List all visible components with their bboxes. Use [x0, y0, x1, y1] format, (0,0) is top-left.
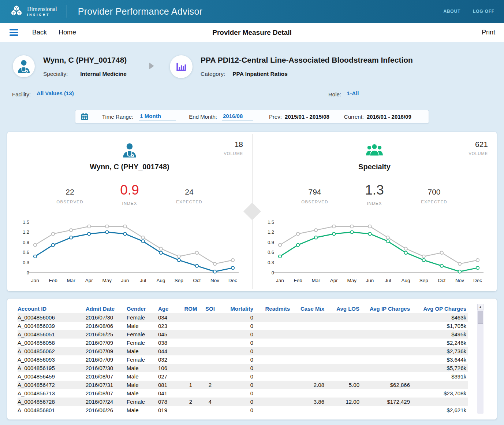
logoff-link[interactable]: LOG OFF [473, 9, 494, 14]
table-cell: 1 [182, 381, 200, 389]
table-cell: Female [127, 330, 158, 339]
table-cell: Male [127, 364, 158, 372]
header-links: ABOUT LOG OFF [443, 9, 494, 14]
table-row[interactable]: A_00048561952016/07/30Male1060$5,726k [18, 364, 468, 372]
end-month-field[interactable]: 2016/08 [222, 113, 253, 121]
brand-text: Dimensional INSIGHT [27, 6, 57, 16]
table-cell [362, 313, 414, 322]
svg-text:1.5: 1.5 [23, 219, 29, 225]
table-cell [326, 347, 362, 355]
specialty-value: Internal Medicine [80, 71, 127, 77]
specialty-stats: 794OBSERVED 1.3INDEX 700EXPECTED [252, 182, 497, 206]
table-cell: 045 [158, 330, 182, 339]
column-header-mortality[interactable]: Mortality [220, 306, 256, 312]
table-scrollbar[interactable]: ▲ [477, 304, 484, 414]
specialty-panel: 621 VOLUME Specialty 794OBSERVED [252, 132, 497, 291]
app-root: Dimensional INSIGHT Provider Performance… [0, 0, 504, 425]
table-row[interactable]: A_00048560512016/06/25Female0450$495k [18, 330, 468, 339]
table-row[interactable]: A_00048560392016/08/06Male0230$1,705k [18, 322, 468, 330]
about-link[interactable]: ABOUT [443, 9, 460, 14]
table-cell [293, 364, 326, 372]
table-cell: 2016/07/30 [86, 364, 127, 372]
table-row[interactable]: A_00048564722016/07/31Male0811202.085.00… [18, 381, 468, 389]
table-cell: 081 [158, 381, 182, 389]
scrollbar-thumb[interactable] [478, 311, 483, 324]
column-header-age[interactable]: Age [158, 306, 182, 312]
column-header-avg-ip-charges[interactable]: Avg IP Charges [362, 306, 414, 312]
table-cell [200, 347, 220, 355]
table-cell [293, 339, 326, 347]
table-cell [293, 389, 326, 398]
provider-panel: 18 VOLUME Wynn, C (PHY_001748) 22OBSERVE… [7, 132, 252, 291]
table-row[interactable]: A_00048560062016/07/30Female0340$463k [18, 313, 468, 322]
table-cell: 2016/07/30 [86, 313, 127, 322]
provider-index-trend-chart: 00.30.60.91.21.5JanFebMarAprMayJunJulAug… [12, 217, 249, 288]
table-cell: A_0004856728 [18, 398, 86, 406]
current-label: Current: [344, 114, 364, 120]
table-cell [256, 372, 293, 381]
table-cell [362, 372, 414, 381]
table-row[interactable]: A_00048567282016/07/24Female0782403.8612… [18, 398, 468, 406]
table-cell: 2016/06/25 [86, 330, 127, 339]
svg-text:May: May [347, 278, 357, 283]
svg-text:0.3: 0.3 [23, 260, 29, 265]
table-row[interactable]: A_00048560582016/07/09Female0380$2,246k [18, 339, 468, 347]
table-cell: 032 [158, 355, 182, 364]
patient-accounts-table: Account IDAdmit DateGenderAgeROMSOIMorta… [7, 299, 497, 420]
scroll-up-arrow-icon[interactable]: ▲ [477, 304, 484, 310]
column-header-account-id[interactable]: Account ID [18, 306, 86, 312]
table-cell: Female [127, 339, 158, 347]
svg-text:Oct: Oct [193, 278, 201, 283]
table-cell: 2016/07/31 [86, 381, 127, 389]
time-range-field[interactable]: 1 Month [139, 113, 176, 121]
svg-text:1.5: 1.5 [268, 219, 274, 225]
facility-field[interactable]: All Values (13) [37, 90, 305, 98]
print-button[interactable]: Print [482, 29, 495, 36]
table-cell: 2016/07/24 [86, 398, 127, 406]
table-row[interactable]: A_00048567132016/08/07Male0410$23,708k [18, 389, 468, 398]
table-cell: 12.00 [326, 398, 362, 406]
table-cell: 2016/06/26 [86, 406, 127, 414]
prev-range-value: 2015/01 - 2015/08 [285, 114, 329, 120]
column-header-readmits[interactable]: Readmits [256, 306, 293, 312]
table-cell: 5.00 [326, 381, 362, 389]
svg-text:Sep: Sep [175, 278, 183, 283]
table-cell: $495k [414, 330, 468, 339]
table-cell: 0 [220, 381, 256, 389]
table-cell: Male [127, 322, 158, 330]
table-row[interactable]: A_00048560932016/07/09Female0320$3,644k [18, 355, 468, 364]
svg-text:Feb: Feb [49, 278, 57, 283]
table-row[interactable]: A_00048560622016/07/09Male0440$2,736k [18, 347, 468, 355]
table-cell: 2016/08/07 [86, 389, 127, 398]
column-header-case-mix[interactable]: Case Mix [293, 306, 326, 312]
current-range-value: 2016/01 - 2016/09 [367, 114, 411, 120]
table-cell [256, 339, 293, 347]
table-cell: 0 [220, 364, 256, 372]
column-header-rom[interactable]: ROM [182, 306, 200, 312]
table-cell: 034 [158, 313, 182, 322]
table-cell: A_0004856093 [18, 355, 86, 364]
table-cell [200, 364, 220, 372]
table-cell [200, 322, 220, 330]
svg-text:Dec: Dec [473, 278, 482, 283]
table-cell: 0 [220, 330, 256, 339]
column-header-admit-date[interactable]: Admit Date [86, 306, 127, 312]
provider-specialty: Specialty:Internal Medicine [43, 71, 127, 77]
table-cell: $463k [414, 313, 468, 322]
table-row[interactable]: A_00048564592016/08/07Male0270$391k [18, 372, 468, 381]
column-header-avg-op-charges[interactable]: Avg OP Charges [414, 306, 468, 312]
table-cell [200, 339, 220, 347]
observed-label: OBSERVED [40, 200, 100, 204]
table-cell: $2,736k [414, 347, 468, 355]
table-cell: 106 [158, 364, 182, 372]
table-row[interactable]: A_00048568012016/06/26Male0190$2,621k [18, 406, 468, 414]
table-cell: 2016/07/09 [86, 347, 127, 355]
svg-text:May: May [102, 278, 112, 283]
provider-name: Wynn, C (PHY_001748) [43, 56, 127, 64]
column-header-avg-los[interactable]: Avg LOS [326, 306, 362, 312]
role-field[interactable]: 1-All [347, 90, 494, 98]
column-header-gender[interactable]: Gender [127, 306, 158, 312]
table-cell [326, 406, 362, 414]
dimensional-insight-logo-icon [10, 4, 23, 18]
column-header-soi[interactable]: SOI [200, 306, 220, 312]
